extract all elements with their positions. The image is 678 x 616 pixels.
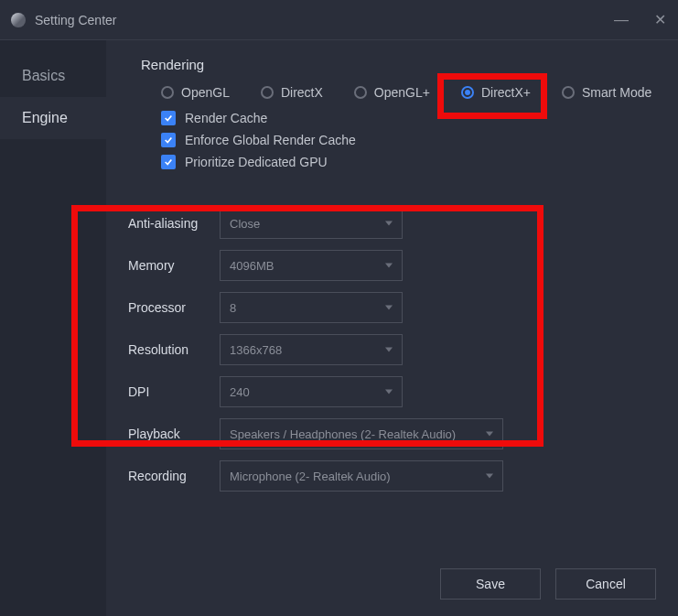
- content-panel: Rendering OpenGL DirectX OpenGL+ DirectX…: [106, 40, 678, 616]
- radio-icon: [161, 86, 174, 99]
- checkbox-icon: [161, 155, 176, 169]
- dropdown-value: Microphone (2- Realtek Audio): [230, 470, 391, 483]
- radio-label: OpenGL: [181, 85, 230, 100]
- sidebar-tab-engine[interactable]: Engine: [0, 97, 106, 139]
- render-mode-radios: OpenGL DirectX OpenGL+ DirectX+ Smart Mo…: [106, 85, 678, 100]
- sidebar-tab-basics[interactable]: Basics: [0, 55, 106, 97]
- annotation-highlight-settings: [71, 205, 543, 447]
- check-enforce-global[interactable]: Enforce Global Render Cache: [161, 133, 678, 147]
- radio-icon: [261, 86, 274, 99]
- checkbox-icon: [161, 111, 176, 125]
- radio-icon: [354, 86, 367, 99]
- checkbox-icon: [161, 133, 176, 147]
- radio-label: Smart Mode: [582, 85, 651, 100]
- check-dedicated-gpu[interactable]: Prioritize Dedicated GPU: [161, 155, 678, 169]
- cancel-button[interactable]: Cancel: [555, 568, 656, 600]
- check-render-cache[interactable]: Render Cache: [161, 111, 678, 125]
- save-button[interactable]: Save: [440, 568, 541, 600]
- radio-openglplus[interactable]: OpenGL+: [354, 85, 430, 100]
- titlebar: Setting Center — ✕: [0, 0, 678, 40]
- dropdown-recording[interactable]: Microphone (2- Realtek Audio): [220, 460, 503, 492]
- radio-smartmode[interactable]: Smart Mode: [562, 85, 651, 100]
- radio-label: OpenGL+: [374, 85, 430, 100]
- app-icon: [11, 13, 26, 27]
- close-icon[interactable]: ✕: [652, 11, 667, 28]
- check-label: Render Cache: [185, 111, 267, 125]
- label-recording: Recording: [128, 469, 220, 483]
- radio-icon: [562, 86, 575, 99]
- footer-buttons: Save Cancel: [440, 568, 656, 600]
- window-title: Setting Center: [35, 13, 614, 27]
- check-label: Enforce Global Render Cache: [185, 133, 356, 147]
- section-title-rendering: Rendering: [106, 57, 678, 72]
- radio-opengl[interactable]: OpenGL: [161, 85, 230, 100]
- annotation-highlight-directxplus: [437, 73, 547, 119]
- radio-directx[interactable]: DirectX: [261, 85, 323, 100]
- check-label: Prioritize Dedicated GPU: [185, 155, 328, 169]
- chevron-down-icon: [486, 474, 493, 479]
- checkbox-column: Render Cache Enforce Global Render Cache…: [106, 111, 678, 169]
- radio-label: DirectX: [281, 85, 323, 100]
- minimize-icon[interactable]: —: [614, 11, 629, 28]
